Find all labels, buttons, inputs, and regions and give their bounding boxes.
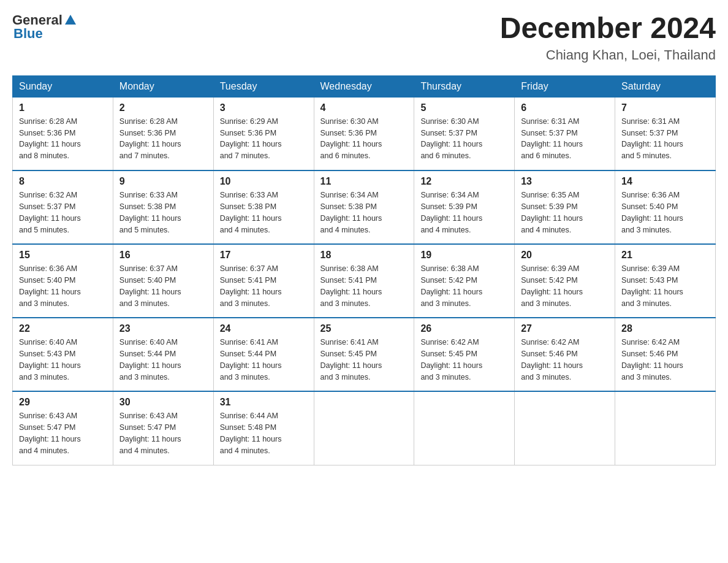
calendar-day-cell: 1 Sunrise: 6:28 AMSunset: 5:36 PMDayligh… bbox=[13, 97, 113, 170]
day-info: Sunrise: 6:40 AMSunset: 5:44 PMDaylight:… bbox=[119, 338, 181, 381]
calendar-day-cell: 28 Sunrise: 6:42 AMSunset: 5:46 PMDaylig… bbox=[615, 318, 716, 391]
page-header: General Blue December 2024 Chiang Khan, … bbox=[12, 12, 716, 63]
day-number: 19 bbox=[420, 250, 508, 261]
day-number: 13 bbox=[521, 176, 609, 187]
calendar-day-cell: 8 Sunrise: 6:32 AMSunset: 5:37 PMDayligh… bbox=[13, 170, 113, 244]
calendar-day-cell: 9 Sunrise: 6:33 AMSunset: 5:38 PMDayligh… bbox=[113, 170, 213, 244]
day-number: 18 bbox=[320, 250, 408, 261]
day-number: 12 bbox=[420, 176, 508, 187]
day-number: 5 bbox=[420, 102, 508, 113]
weekday-header-sunday: Sunday bbox=[13, 75, 113, 97]
logo: General Blue bbox=[12, 12, 76, 42]
calendar-day-cell: 10 Sunrise: 6:33 AMSunset: 5:38 PMDaylig… bbox=[213, 170, 314, 244]
calendar-day-cell: 25 Sunrise: 6:41 AMSunset: 5:45 PMDaylig… bbox=[314, 318, 414, 391]
calendar-day-cell: 16 Sunrise: 6:37 AMSunset: 5:40 PMDaylig… bbox=[113, 244, 213, 318]
day-info: Sunrise: 6:40 AMSunset: 5:43 PMDaylight:… bbox=[19, 338, 81, 381]
day-number: 17 bbox=[220, 250, 308, 261]
calendar-day-cell: 15 Sunrise: 6:36 AMSunset: 5:40 PMDaylig… bbox=[13, 244, 113, 318]
logo-triangle-icon bbox=[65, 15, 76, 25]
day-info: Sunrise: 6:28 AMSunset: 5:36 PMDaylight:… bbox=[19, 117, 81, 160]
calendar-day-cell: 19 Sunrise: 6:38 AMSunset: 5:42 PMDaylig… bbox=[414, 244, 515, 318]
calendar-table: SundayMondayTuesdayWednesdayThursdayFrid… bbox=[12, 75, 716, 465]
calendar-day-cell: 5 Sunrise: 6:30 AMSunset: 5:37 PMDayligh… bbox=[414, 97, 515, 170]
day-info: Sunrise: 6:31 AMSunset: 5:37 PMDaylight:… bbox=[621, 117, 683, 160]
day-number: 21 bbox=[621, 250, 709, 261]
calendar-day-cell bbox=[515, 391, 615, 465]
day-number: 25 bbox=[320, 323, 408, 334]
weekday-header-saturday: Saturday bbox=[615, 75, 716, 97]
day-info: Sunrise: 6:28 AMSunset: 5:36 PMDaylight:… bbox=[119, 117, 181, 160]
day-number: 22 bbox=[19, 323, 107, 334]
calendar-day-cell: 3 Sunrise: 6:29 AMSunset: 5:36 PMDayligh… bbox=[213, 97, 314, 170]
day-info: Sunrise: 6:30 AMSunset: 5:36 PMDaylight:… bbox=[320, 117, 382, 160]
day-info: Sunrise: 6:39 AMSunset: 5:42 PMDaylight:… bbox=[521, 264, 583, 307]
title-section: December 2024 Chiang Khan, Loei, Thailan… bbox=[500, 12, 716, 63]
day-number: 27 bbox=[521, 323, 609, 334]
day-info: Sunrise: 6:41 AMSunset: 5:45 PMDaylight:… bbox=[320, 338, 382, 381]
calendar-day-cell: 17 Sunrise: 6:37 AMSunset: 5:41 PMDaylig… bbox=[213, 244, 314, 318]
day-number: 24 bbox=[220, 323, 308, 334]
day-info: Sunrise: 6:42 AMSunset: 5:46 PMDaylight:… bbox=[521, 338, 583, 381]
day-info: Sunrise: 6:33 AMSunset: 5:38 PMDaylight:… bbox=[119, 191, 181, 234]
day-number: 2 bbox=[119, 102, 207, 113]
day-number: 4 bbox=[320, 102, 408, 113]
day-info: Sunrise: 6:39 AMSunset: 5:43 PMDaylight:… bbox=[621, 264, 683, 307]
day-number: 16 bbox=[119, 250, 207, 261]
calendar-day-cell: 24 Sunrise: 6:41 AMSunset: 5:44 PMDaylig… bbox=[213, 318, 314, 391]
calendar-subtitle: Chiang Khan, Loei, Thailand bbox=[500, 47, 716, 63]
calendar-day-cell: 11 Sunrise: 6:34 AMSunset: 5:38 PMDaylig… bbox=[314, 170, 414, 244]
weekday-header-thursday: Thursday bbox=[414, 75, 515, 97]
logo-blue: Blue bbox=[13, 26, 76, 42]
day-number: 29 bbox=[19, 397, 107, 408]
day-info: Sunrise: 6:38 AMSunset: 5:42 PMDaylight:… bbox=[420, 264, 482, 307]
calendar-day-cell: 29 Sunrise: 6:43 AMSunset: 5:47 PMDaylig… bbox=[13, 391, 113, 465]
day-number: 9 bbox=[119, 176, 207, 187]
day-number: 31 bbox=[220, 397, 308, 408]
day-number: 23 bbox=[119, 323, 207, 334]
day-number: 30 bbox=[119, 397, 207, 408]
calendar-header-row: SundayMondayTuesdayWednesdayThursdayFrid… bbox=[13, 75, 716, 97]
calendar-day-cell: 7 Sunrise: 6:31 AMSunset: 5:37 PMDayligh… bbox=[615, 97, 716, 170]
day-number: 11 bbox=[320, 176, 408, 187]
weekday-header-wednesday: Wednesday bbox=[314, 75, 414, 97]
day-info: Sunrise: 6:29 AMSunset: 5:36 PMDaylight:… bbox=[220, 117, 282, 160]
day-info: Sunrise: 6:37 AMSunset: 5:41 PMDaylight:… bbox=[220, 264, 282, 307]
calendar-day-cell: 12 Sunrise: 6:34 AMSunset: 5:39 PMDaylig… bbox=[414, 170, 515, 244]
day-info: Sunrise: 6:43 AMSunset: 5:47 PMDaylight:… bbox=[19, 412, 81, 454]
calendar-day-cell: 31 Sunrise: 6:44 AMSunset: 5:48 PMDaylig… bbox=[213, 391, 314, 465]
calendar-day-cell: 18 Sunrise: 6:38 AMSunset: 5:41 PMDaylig… bbox=[314, 244, 414, 318]
day-info: Sunrise: 6:35 AMSunset: 5:39 PMDaylight:… bbox=[521, 191, 583, 234]
calendar-day-cell: 22 Sunrise: 6:40 AMSunset: 5:43 PMDaylig… bbox=[13, 318, 113, 391]
day-number: 26 bbox=[420, 323, 508, 334]
day-info: Sunrise: 6:34 AMSunset: 5:39 PMDaylight:… bbox=[420, 191, 482, 234]
day-info: Sunrise: 6:36 AMSunset: 5:40 PMDaylight:… bbox=[621, 191, 683, 234]
calendar-week-row: 1 Sunrise: 6:28 AMSunset: 5:36 PMDayligh… bbox=[13, 97, 716, 170]
day-info: Sunrise: 6:31 AMSunset: 5:37 PMDaylight:… bbox=[521, 117, 583, 160]
day-info: Sunrise: 6:41 AMSunset: 5:44 PMDaylight:… bbox=[220, 338, 282, 381]
day-info: Sunrise: 6:43 AMSunset: 5:47 PMDaylight:… bbox=[119, 412, 181, 454]
day-number: 14 bbox=[621, 176, 709, 187]
calendar-day-cell: 13 Sunrise: 6:35 AMSunset: 5:39 PMDaylig… bbox=[515, 170, 615, 244]
day-number: 20 bbox=[521, 250, 609, 261]
weekday-header-monday: Monday bbox=[113, 75, 213, 97]
day-info: Sunrise: 6:30 AMSunset: 5:37 PMDaylight:… bbox=[420, 117, 482, 160]
calendar-title: December 2024 bbox=[500, 12, 716, 45]
day-number: 8 bbox=[19, 176, 107, 187]
day-info: Sunrise: 6:37 AMSunset: 5:40 PMDaylight:… bbox=[119, 264, 181, 307]
day-number: 7 bbox=[621, 102, 709, 113]
day-number: 10 bbox=[220, 176, 308, 187]
day-info: Sunrise: 6:42 AMSunset: 5:45 PMDaylight:… bbox=[420, 338, 482, 381]
day-number: 6 bbox=[521, 102, 609, 113]
day-number: 28 bbox=[621, 323, 709, 334]
day-info: Sunrise: 6:33 AMSunset: 5:38 PMDaylight:… bbox=[220, 191, 282, 234]
calendar-week-row: 22 Sunrise: 6:40 AMSunset: 5:43 PMDaylig… bbox=[13, 318, 716, 391]
calendar-day-cell: 4 Sunrise: 6:30 AMSunset: 5:36 PMDayligh… bbox=[314, 97, 414, 170]
calendar-day-cell: 30 Sunrise: 6:43 AMSunset: 5:47 PMDaylig… bbox=[113, 391, 213, 465]
weekday-header-tuesday: Tuesday bbox=[213, 75, 314, 97]
day-info: Sunrise: 6:42 AMSunset: 5:46 PMDaylight:… bbox=[621, 338, 683, 381]
calendar-day-cell: 14 Sunrise: 6:36 AMSunset: 5:40 PMDaylig… bbox=[615, 170, 716, 244]
calendar-day-cell: 26 Sunrise: 6:42 AMSunset: 5:45 PMDaylig… bbox=[414, 318, 515, 391]
day-info: Sunrise: 6:32 AMSunset: 5:37 PMDaylight:… bbox=[19, 191, 81, 234]
day-info: Sunrise: 6:38 AMSunset: 5:41 PMDaylight:… bbox=[320, 264, 382, 307]
calendar-day-cell: 21 Sunrise: 6:39 AMSunset: 5:43 PMDaylig… bbox=[615, 244, 716, 318]
